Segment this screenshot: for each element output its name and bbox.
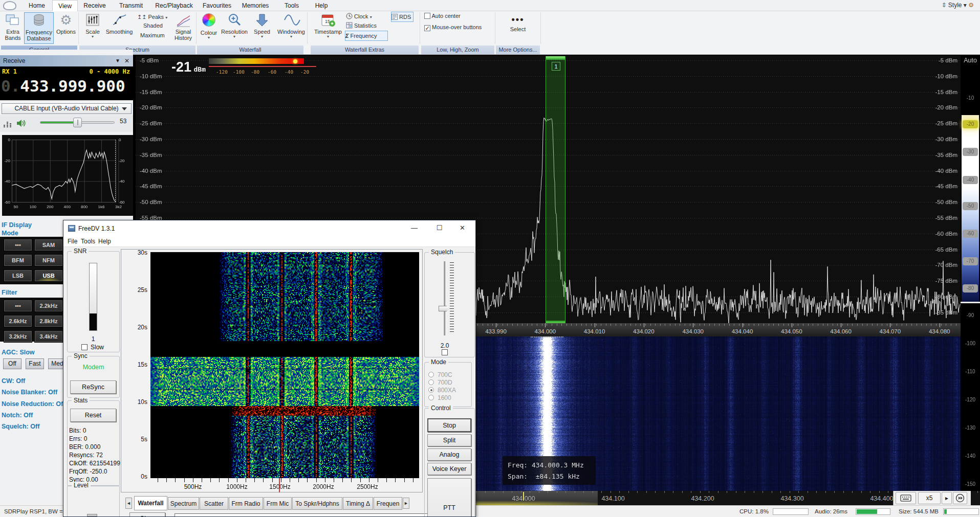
speed-button[interactable]: Speed▾	[251, 12, 273, 44]
panel-collapse-icon[interactable]: ▼	[115, 55, 120, 66]
nfm-button[interactable]: NFM	[35, 255, 62, 266]
mode-radio-800xa[interactable]	[428, 387, 434, 393]
ribbon-tab-memories[interactable]: Memories	[239, 0, 271, 11]
zoom-level-button[interactable]: x5	[918, 492, 941, 504]
ribbon-tab-transmit[interactable]: Transmit	[117, 0, 145, 11]
keyboard-entry-button[interactable]	[896, 492, 916, 504]
level-chip[interactable]: -70	[963, 257, 978, 265]
auto-center-checkbox[interactable]: Auto center	[424, 12, 491, 20]
analog-button[interactable]: Analog	[427, 448, 471, 461]
maximize-button[interactable]: ☐	[428, 220, 451, 236]
colour-button[interactable]: Colour▾	[199, 12, 219, 44]
level-slider-handle[interactable]	[87, 514, 97, 516]
resolution-button[interactable]: Resolution▾	[220, 12, 249, 44]
gear-icon[interactable]: ⚙	[968, 2, 974, 9]
bfm-button[interactable]: BFM	[4, 255, 32, 266]
ptt-button[interactable]: PTT	[427, 478, 471, 517]
smoothing-button[interactable]: Smoothing	[105, 12, 134, 44]
zoom-in-arrow-button[interactable]: ▸	[942, 492, 952, 504]
rds-button[interactable]: RDS	[391, 12, 413, 22]
ribbon-tab-recplayback[interactable]: Rec/Playback	[154, 0, 194, 11]
menu-tools[interactable]: Tools	[81, 238, 95, 245]
squelch-checkbox[interactable]	[442, 349, 448, 355]
squelch-slider-track[interactable]	[444, 261, 445, 335]
frequency-extra-button[interactable]: Σ Frequency	[345, 31, 388, 41]
frequency-database-button[interactable]: FrequencyDatabase	[24, 12, 54, 44]
mode-radio-700c[interactable]	[428, 372, 434, 377]
level-chip[interactable]: -80	[963, 284, 978, 293]
28khz-button[interactable]: 2.8kHz	[35, 316, 62, 327]
close-button[interactable]: ✕	[451, 220, 474, 236]
audio-input-select[interactable]: CABLE Input (VB-Audio Virtual Cable)	[2, 103, 132, 114]
freedv-text-field[interactable]	[175, 513, 467, 517]
collapse-chevrons-icon[interactable]: ⇕	[941, 2, 946, 9]
ribbon-tab-receive[interactable]: Receive	[81, 0, 108, 11]
tabs-scroll-right[interactable]: ►	[403, 498, 409, 509]
level-chip[interactable]: -40	[963, 176, 978, 184]
shaded-button[interactable]: Shaded	[143, 21, 174, 30]
signal-history-button[interactable]: SignalHistory	[171, 12, 195, 44]
maximum-button[interactable]: Maximum	[140, 31, 173, 40]
agc-fast-button[interactable]: Fast	[26, 358, 44, 369]
ribbon-tab-tools[interactable]: Tools	[280, 0, 303, 11]
peaks-button[interactable]: ↥↥ Peaks ▾	[137, 13, 173, 21]
lsb-button[interactable]: LSB	[4, 270, 32, 281]
freedv-tab-waterfall[interactable]: Waterfall	[134, 496, 167, 510]
clear-button[interactable]: Clear	[129, 512, 165, 517]
agc-off-button[interactable]: Off	[3, 358, 21, 369]
more-options-button[interactable]: •••	[4, 239, 32, 251]
level-chip[interactable]: -20	[963, 120, 978, 128]
usb-button[interactable]: USB	[35, 270, 62, 281]
level-divider[interactable]	[961, 302, 980, 303]
recenter-button[interactable]	[953, 492, 967, 504]
style-button[interactable]: ⇕ Style ▾ ⚙	[941, 2, 974, 9]
mode-radio-700d[interactable]	[428, 379, 434, 385]
freedv-tab-frequen[interactable]: Frequen	[374, 497, 402, 510]
options-button[interactable]: ⚙Options	[55, 12, 77, 44]
32khz-button[interactable]: 3.2kHz	[4, 331, 32, 342]
ribbon-tab-help[interactable]: Help	[311, 0, 332, 11]
extra-bands-button[interactable]: ExtraBands	[2, 12, 24, 44]
tuned-frequency[interactable]: 0.433.999.900	[1, 77, 132, 95]
statistics-button[interactable]: 9 Statistics	[346, 21, 385, 30]
34khz-button[interactable]: 3.4kHz	[35, 331, 62, 342]
windowing-button[interactable]: Windowing▾	[275, 12, 307, 44]
mode-radio-1600[interactable]	[428, 395, 434, 400]
26khz-button[interactable]: 2.6kHz	[4, 316, 32, 327]
freedv-tab-frmmic[interactable]: Frm Mic	[264, 497, 292, 510]
ribbon-tab-view[interactable]: View	[52, 0, 78, 11]
select-button[interactable]: •••Select	[504, 14, 532, 43]
freedv-tab-spectrum[interactable]: Spectrum	[168, 497, 199, 510]
ribbon-tab-favourites[interactable]: Favourites	[203, 0, 231, 11]
speaker-icon[interactable]	[16, 118, 26, 128]
mixer-icon[interactable]	[3, 119, 12, 129]
freedv-titlebar[interactable]: FreeDV 1.3.1 — ☐ ✕	[63, 220, 475, 236]
timestamp-button[interactable]: 15Timestamp▾	[313, 12, 343, 44]
split-button[interactable]: Split	[427, 434, 471, 446]
panel-close-icon[interactable]: ✕	[124, 55, 129, 66]
rx-channel-badge[interactable]: 1	[552, 62, 560, 71]
22khz-button[interactable]: 2.2kHz	[35, 300, 62, 311]
minimize-button[interactable]: —	[403, 220, 426, 236]
more-options-button[interactable]: •••	[4, 300, 32, 311]
scale-button[interactable]: Scale▾	[82, 12, 103, 44]
level-chip[interactable]: -50	[963, 202, 978, 210]
stop-button[interactable]: Stop	[427, 418, 471, 432]
snr-slow-checkbox[interactable]	[81, 344, 88, 350]
tabs-scroll-left[interactable]: ◄	[125, 498, 132, 509]
volume-slider[interactable]	[40, 121, 115, 124]
freedv-tab-timing[interactable]: Timing Δ	[343, 497, 373, 510]
rx-channel-band[interactable]: 1	[546, 56, 565, 324]
app-menu-icon[interactable]	[3, 1, 16, 10]
mouse-over-checkbox[interactable]: ✓ Mouse-over buttons	[424, 23, 496, 32]
reset-button[interactable]: Reset	[70, 409, 116, 422]
freedv-tab-frmradio[interactable]: Frm Radio	[229, 497, 263, 510]
volume-slider-handle[interactable]	[73, 118, 82, 127]
menu-help[interactable]: Help	[98, 238, 111, 245]
auto-button[interactable]: Auto	[961, 57, 980, 67]
level-chip[interactable]: -30	[963, 148, 978, 156]
voice-keyer-button[interactable]: Voice Keyer	[427, 463, 471, 475]
clock-button[interactable]: Clock ▾	[346, 12, 385, 21]
freedv-tab-scatter[interactable]: Scatter	[200, 497, 228, 510]
sam-button[interactable]: SAM	[35, 239, 62, 251]
